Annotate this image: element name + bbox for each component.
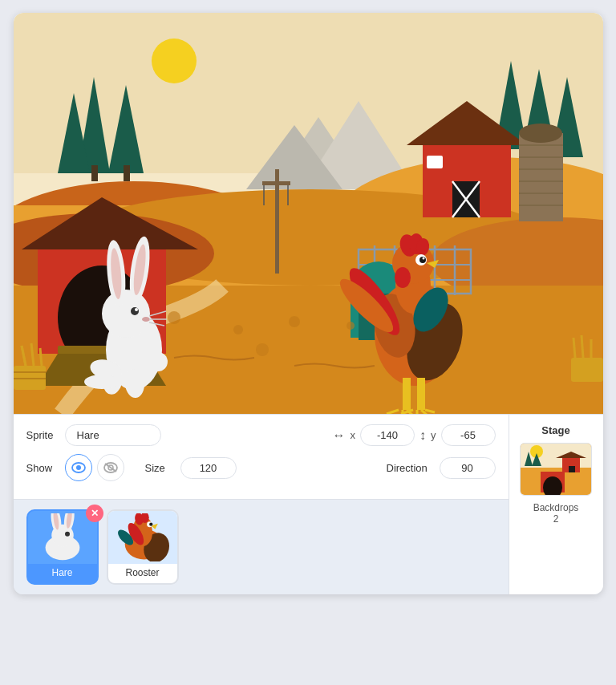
sprite-label: Sprite: [26, 429, 57, 441]
x-coord-group: ↔ x ↕ y: [333, 424, 496, 446]
sprite-list-area: ✕ Hare: [14, 499, 509, 594]
hare-sprite-name: Hare: [51, 567, 72, 578]
x-label: x: [351, 429, 356, 441]
backdrops-label: Backdrops: [533, 502, 579, 513]
x-input[interactable]: [360, 424, 415, 446]
svg-point-70: [256, 343, 269, 356]
svg-point-68: [289, 316, 300, 327]
svg-rect-17: [124, 165, 130, 181]
show-row: Show: [26, 454, 496, 481]
svg-point-28: [519, 124, 562, 143]
sprite-card-hare[interactable]: ✕ Hare: [26, 509, 99, 585]
svg-rect-104: [403, 378, 411, 410]
svg-point-78: [131, 307, 139, 315]
stage-panel: Stage Backdrops 2: [509, 414, 603, 594]
sprite-row: Sprite ↔ x ↕ y: [26, 424, 496, 446]
svg-rect-27: [519, 133, 563, 221]
show-group: [65, 454, 124, 481]
rooster-thumbnail: [108, 511, 177, 564]
svg-point-124: [65, 532, 70, 537]
sprite-card-rooster[interactable]: Rooster: [107, 509, 179, 585]
svg-point-87: [84, 375, 120, 389]
delete-hare-button[interactable]: ✕: [86, 505, 103, 522]
delete-icon: ✕: [91, 509, 99, 518]
svg-point-79: [135, 308, 138, 311]
stage-info: Backdrops 2: [533, 502, 579, 525]
sprite-name-input[interactable]: [65, 424, 161, 446]
show-label: Show: [26, 462, 57, 474]
direction-label: Direction: [387, 462, 435, 474]
svg-line-60: [573, 338, 575, 358]
show-hidden-button[interactable]: [97, 454, 124, 481]
svg-point-69: [346, 322, 355, 330]
svg-rect-26: [427, 156, 443, 168]
svg-rect-58: [571, 358, 603, 382]
sprite-controls: Sprite ↔ x ↕ y Show: [14, 414, 509, 499]
svg-rect-105: [417, 378, 425, 410]
svg-point-133: [149, 523, 152, 526]
svg-point-73: [102, 290, 150, 338]
rooster-sprite-name: Rooster: [125, 567, 159, 578]
x-axis-icon: ↔: [333, 428, 346, 443]
y-label: y: [431, 429, 436, 441]
svg-point-72: [148, 352, 168, 371]
size-group: Size: [145, 457, 237, 479]
svg-rect-16: [91, 165, 98, 181]
svg-point-97: [395, 267, 411, 288]
stage-thumbnail[interactable]: [520, 443, 592, 496]
y-input[interactable]: [441, 424, 496, 446]
svg-point-66: [168, 311, 180, 324]
bottom-section: Sprite ↔ x ↕ y Show: [14, 414, 603, 594]
y-axis-icon: ↕: [419, 428, 426, 443]
backdrops-count: 2: [533, 513, 579, 525]
size-input[interactable]: [180, 457, 237, 479]
hare-thumbnail: [28, 511, 97, 564]
direction-group: Direction: [387, 457, 496, 479]
svg-point-67: [233, 325, 243, 334]
show-visible-button[interactable]: [65, 454, 92, 481]
stage-title: Stage: [541, 424, 569, 436]
bottom-left: Sprite ↔ x ↕ y Show: [14, 414, 509, 594]
direction-input[interactable]: [440, 457, 496, 479]
main-container: Sprite ↔ x ↕ y Show: [14, 13, 603, 594]
size-label: Size: [145, 462, 176, 474]
svg-line-61: [582, 335, 583, 358]
svg-point-80: [142, 317, 150, 322]
svg-point-12: [152, 39, 197, 83]
svg-point-101: [422, 257, 424, 260]
svg-point-114: [76, 465, 81, 470]
svg-rect-44: [262, 181, 290, 185]
scene-area: [14, 13, 603, 414]
svg-rect-143: [569, 466, 575, 472]
svg-line-57: [40, 348, 42, 366]
